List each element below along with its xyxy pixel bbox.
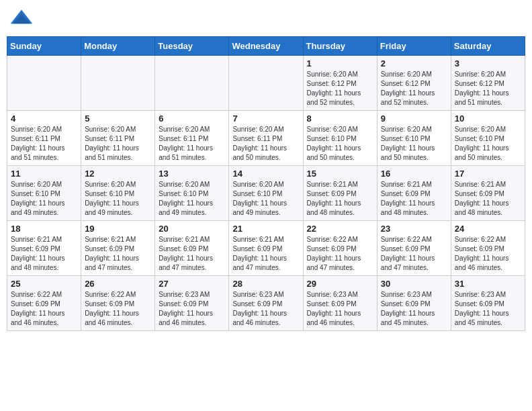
calendar-week-row: 1Sunrise: 6:20 AM Sunset: 6:12 PM Daylig… — [7, 56, 525, 111]
weekday-header-tuesday: Tuesday — [155, 37, 229, 56]
weekday-header-wednesday: Wednesday — [229, 37, 303, 56]
day-number: 1 — [307, 58, 373, 68]
day-number: 15 — [307, 169, 373, 179]
weekday-header-saturday: Saturday — [451, 37, 525, 56]
day-info: Sunrise: 6:20 AM Sunset: 6:12 PM Dayligh… — [455, 70, 521, 107]
logo-icon — [9, 7, 34, 31]
day-info: Sunrise: 6:22 AM Sunset: 6:09 PM Dayligh… — [455, 235, 521, 273]
day-number: 29 — [307, 279, 373, 289]
calendar-cell: 5Sunrise: 6:20 AM Sunset: 6:11 PM Daylig… — [81, 111, 155, 166]
calendar-cell: 11Sunrise: 6:20 AM Sunset: 6:10 PM Dayli… — [7, 166, 81, 221]
weekday-header-sunday: Sunday — [7, 37, 81, 56]
day-info: Sunrise: 6:20 AM Sunset: 6:10 PM Dayligh… — [11, 180, 77, 218]
day-number: 28 — [232, 279, 299, 289]
calendar-cell — [229, 56, 303, 111]
day-number: 19 — [85, 224, 151, 234]
calendar-cell: 14Sunrise: 6:20 AM Sunset: 6:10 PM Dayli… — [229, 166, 303, 221]
calendar-table: SundayMondayTuesdayWednesdayThursdayFrid… — [7, 36, 525, 331]
day-info: Sunrise: 6:21 AM Sunset: 6:09 PM Dayligh… — [307, 180, 373, 218]
day-number: 9 — [381, 113, 447, 124]
day-info: Sunrise: 6:21 AM Sunset: 6:09 PM Dayligh… — [232, 235, 299, 273]
calendar-cell: 25Sunrise: 6:22 AM Sunset: 6:09 PM Dayli… — [7, 276, 81, 331]
calendar-cell: 21Sunrise: 6:21 AM Sunset: 6:09 PM Dayli… — [229, 221, 303, 276]
logo — [9, 7, 36, 31]
calendar-cell: 13Sunrise: 6:20 AM Sunset: 6:10 PM Dayli… — [155, 166, 229, 221]
day-number: 13 — [159, 169, 225, 179]
calendar-week-row: 25Sunrise: 6:22 AM Sunset: 6:09 PM Dayli… — [7, 276, 525, 331]
calendar-cell: 10Sunrise: 6:20 AM Sunset: 6:10 PM Dayli… — [451, 111, 525, 166]
day-number: 21 — [232, 224, 299, 234]
calendar-cell: 8Sunrise: 6:20 AM Sunset: 6:10 PM Daylig… — [303, 111, 377, 166]
day-info: Sunrise: 6:20 AM Sunset: 6:11 PM Dayligh… — [11, 125, 77, 163]
calendar-week-row: 18Sunrise: 6:21 AM Sunset: 6:09 PM Dayli… — [7, 221, 525, 276]
day-info: Sunrise: 6:21 AM Sunset: 6:09 PM Dayligh… — [11, 235, 77, 273]
day-info: Sunrise: 6:20 AM Sunset: 6:12 PM Dayligh… — [381, 70, 447, 107]
day-info: Sunrise: 6:22 AM Sunset: 6:09 PM Dayligh… — [85, 290, 151, 328]
calendar-cell: 2Sunrise: 6:20 AM Sunset: 6:12 PM Daylig… — [377, 56, 451, 111]
day-number: 11 — [11, 169, 77, 179]
day-number: 17 — [455, 169, 521, 179]
day-info: Sunrise: 6:20 AM Sunset: 6:10 PM Dayligh… — [455, 125, 521, 163]
day-number: 18 — [11, 224, 77, 234]
day-number: 6 — [159, 113, 225, 124]
day-info: Sunrise: 6:23 AM Sunset: 6:09 PM Dayligh… — [455, 290, 521, 328]
calendar-cell: 31Sunrise: 6:23 AM Sunset: 6:09 PM Dayli… — [451, 276, 525, 331]
calendar-cell: 30Sunrise: 6:23 AM Sunset: 6:09 PM Dayli… — [377, 276, 451, 331]
day-info: Sunrise: 6:20 AM Sunset: 6:11 PM Dayligh… — [232, 125, 299, 163]
day-number: 22 — [307, 224, 373, 234]
calendar-cell: 29Sunrise: 6:23 AM Sunset: 6:09 PM Dayli… — [303, 276, 377, 331]
calendar-cell: 23Sunrise: 6:22 AM Sunset: 6:09 PM Dayli… — [377, 221, 451, 276]
day-number: 26 — [85, 279, 151, 289]
calendar-cell: 15Sunrise: 6:21 AM Sunset: 6:09 PM Dayli… — [303, 166, 377, 221]
calendar-cell: 9Sunrise: 6:20 AM Sunset: 6:10 PM Daylig… — [377, 111, 451, 166]
calendar-week-row: 11Sunrise: 6:20 AM Sunset: 6:10 PM Dayli… — [7, 166, 525, 221]
calendar-cell — [155, 56, 229, 111]
calendar-cell: 22Sunrise: 6:22 AM Sunset: 6:09 PM Dayli… — [303, 221, 377, 276]
day-number: 2 — [381, 58, 447, 68]
calendar-cell: 3Sunrise: 6:20 AM Sunset: 6:12 PM Daylig… — [451, 56, 525, 111]
calendar-week-row: 4Sunrise: 6:20 AM Sunset: 6:11 PM Daylig… — [7, 111, 525, 166]
day-info: Sunrise: 6:20 AM Sunset: 6:10 PM Dayligh… — [85, 180, 151, 218]
day-info: Sunrise: 6:20 AM Sunset: 6:12 PM Dayligh… — [307, 70, 373, 107]
weekday-header-friday: Friday — [377, 37, 451, 56]
calendar-cell: 17Sunrise: 6:21 AM Sunset: 6:09 PM Dayli… — [451, 166, 525, 221]
weekday-header-thursday: Thursday — [303, 37, 377, 56]
day-info: Sunrise: 6:23 AM Sunset: 6:09 PM Dayligh… — [232, 290, 299, 328]
day-number: 30 — [381, 279, 447, 289]
calendar-cell: 18Sunrise: 6:21 AM Sunset: 6:09 PM Dayli… — [7, 221, 81, 276]
calendar-cell: 16Sunrise: 6:21 AM Sunset: 6:09 PM Dayli… — [377, 166, 451, 221]
day-info: Sunrise: 6:22 AM Sunset: 6:09 PM Dayligh… — [11, 290, 77, 328]
day-number: 8 — [307, 113, 373, 124]
calendar-cell: 27Sunrise: 6:23 AM Sunset: 6:09 PM Dayli… — [155, 276, 229, 331]
day-number: 7 — [232, 113, 299, 124]
day-info: Sunrise: 6:20 AM Sunset: 6:10 PM Dayligh… — [307, 125, 373, 163]
day-info: Sunrise: 6:20 AM Sunset: 6:10 PM Dayligh… — [159, 180, 225, 218]
calendar-cell: 6Sunrise: 6:20 AM Sunset: 6:11 PM Daylig… — [155, 111, 229, 166]
day-number: 16 — [381, 169, 447, 179]
day-number: 25 — [11, 279, 77, 289]
day-info: Sunrise: 6:22 AM Sunset: 6:09 PM Dayligh… — [381, 235, 447, 273]
calendar-cell — [81, 56, 155, 111]
day-info: Sunrise: 6:20 AM Sunset: 6:10 PM Dayligh… — [381, 125, 447, 163]
calendar-cell — [7, 56, 81, 111]
calendar-cell: 1Sunrise: 6:20 AM Sunset: 6:12 PM Daylig… — [303, 56, 377, 111]
day-info: Sunrise: 6:20 AM Sunset: 6:11 PM Dayligh… — [159, 125, 225, 163]
calendar-cell: 20Sunrise: 6:21 AM Sunset: 6:09 PM Dayli… — [155, 221, 229, 276]
page-header — [7, 7, 525, 31]
day-info: Sunrise: 6:21 AM Sunset: 6:09 PM Dayligh… — [85, 235, 151, 273]
calendar-cell: 19Sunrise: 6:21 AM Sunset: 6:09 PM Dayli… — [81, 221, 155, 276]
day-number: 5 — [85, 113, 151, 124]
day-number: 24 — [455, 224, 521, 234]
day-number: 3 — [455, 58, 521, 68]
calendar-header-row: SundayMondayTuesdayWednesdayThursdayFrid… — [7, 37, 525, 56]
calendar-cell: 24Sunrise: 6:22 AM Sunset: 6:09 PM Dayli… — [451, 221, 525, 276]
day-number: 12 — [85, 169, 151, 179]
day-info: Sunrise: 6:23 AM Sunset: 6:09 PM Dayligh… — [381, 290, 447, 328]
day-info: Sunrise: 6:21 AM Sunset: 6:09 PM Dayligh… — [159, 235, 225, 273]
day-number: 4 — [11, 113, 77, 124]
calendar-cell: 7Sunrise: 6:20 AM Sunset: 6:11 PM Daylig… — [229, 111, 303, 166]
day-info: Sunrise: 6:23 AM Sunset: 6:09 PM Dayligh… — [159, 290, 225, 328]
calendar-cell: 4Sunrise: 6:20 AM Sunset: 6:11 PM Daylig… — [7, 111, 81, 166]
day-info: Sunrise: 6:23 AM Sunset: 6:09 PM Dayligh… — [307, 290, 373, 328]
calendar-cell: 28Sunrise: 6:23 AM Sunset: 6:09 PM Dayli… — [229, 276, 303, 331]
